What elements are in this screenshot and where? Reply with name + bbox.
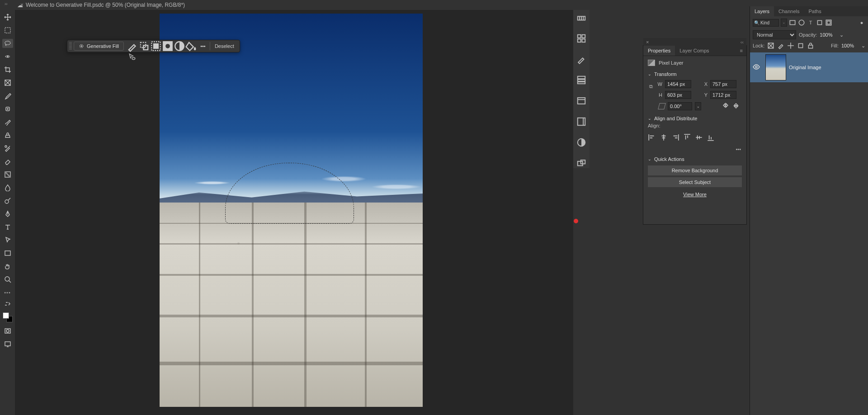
color-panel-icon[interactable] [576,13,586,23]
flip-horizontal-icon[interactable] [722,102,729,110]
blend-mode-select[interactable]: Normal [753,30,796,39]
invert-selection-icon[interactable] [150,41,162,51]
adjustment-icon[interactable] [174,41,185,51]
tab-layer-comps[interactable]: Layer Comps [675,46,713,56]
filter-toggle-icon[interactable]: ● [858,19,865,26]
opacity-input[interactable] [820,32,837,38]
lasso-tool[interactable] [2,39,13,48]
align-section-header[interactable]: ⌄Align and Distribute [643,114,746,123]
align-bottom-icon[interactable] [707,134,715,141]
swap-colors-icon[interactable] [2,301,13,307]
height-input[interactable] [665,91,691,99]
filter-smart-icon[interactable] [825,19,832,26]
lock-all-icon[interactable] [807,42,814,49]
libraries-panel-icon[interactable] [576,96,586,106]
mask-icon[interactable] [162,41,174,51]
adjustments-panel-icon[interactable] [576,137,586,147]
flip-vertical-icon[interactable] [733,102,739,110]
layer-row[interactable]: Original Image [750,52,868,82]
y-input[interactable] [710,91,736,99]
lock-artboard-icon[interactable] [797,42,804,49]
hand-tool[interactable] [2,262,13,271]
canvas-area[interactable]: Generative Fill ••• Deselect [15,10,573,415]
gradient-tool[interactable] [2,170,13,179]
path-selection-tool[interactable] [2,236,13,245]
lasso-cursor-icon [128,53,136,62]
align-vcenter-icon[interactable] [695,134,703,141]
screen-mode-tool[interactable] [2,340,13,349]
panel-collapse-icon[interactable]: ‹‹ [741,39,746,45]
quick-actions-header[interactable]: ⌄Quick Actions [643,155,746,164]
transform-section-header[interactable]: ⌄Transform [643,70,746,79]
filter-pixel-icon[interactable] [789,19,796,26]
quick-mask-tool[interactable] [2,326,13,335]
marquee-tool[interactable] [2,26,13,35]
select-subject-button[interactable]: Select Subject [648,177,742,187]
align-top-icon[interactable] [683,134,691,141]
expand-chevrons-icon[interactable]: ›› [5,1,8,6]
brush-tool[interactable] [2,118,13,127]
deselect-button[interactable]: Deselect [211,43,238,49]
frame-tool[interactable] [2,78,13,87]
filter-adjustment-icon[interactable] [798,19,805,26]
tab-paths[interactable]: Paths [804,6,826,16]
crop-tool[interactable] [2,65,13,74]
view-more-link[interactable]: View More [643,189,746,224]
align-left-icon[interactable] [648,134,656,141]
panel-menu-icon[interactable]: ≡ [736,46,746,56]
tab-close-icon[interactable]: × [20,2,24,8]
comments-panel-icon[interactable] [576,158,586,168]
history-brush-tool[interactable] [2,144,13,153]
tab-layers[interactable]: Layers [750,6,774,16]
brush-selection-icon[interactable] [127,41,138,51]
lock-position-icon[interactable] [787,42,794,49]
link-dimensions-icon[interactable]: ⧉ [648,84,654,90]
x-input[interactable] [710,80,736,88]
history-panel-icon[interactable] [576,75,586,85]
remove-background-button[interactable]: Remove Background [648,165,742,175]
type-tool[interactable] [2,222,13,231]
filter-kind-dropdown[interactable]: ⌄ [781,19,787,27]
generative-fill-button[interactable]: Generative Fill [74,42,124,51]
panel-close-icon[interactable]: × [643,39,651,45]
filter-type-icon[interactable]: T [807,19,814,26]
angle-dropdown[interactable]: ⌄ [695,102,701,110]
fill-input[interactable] [841,43,859,48]
taskbar-grip[interactable] [69,42,72,50]
modify-selection-icon[interactable] [138,41,150,51]
angle-input[interactable] [668,102,692,110]
healing-brush-tool[interactable] [2,104,13,113]
zoom-tool[interactable] [2,275,13,284]
align-hcenter-icon[interactable] [660,134,668,141]
lock-paint-icon[interactable] [777,42,784,49]
layer-name[interactable]: Original Image [789,65,821,70]
lock-transparency-icon[interactable] [767,42,774,49]
selection-tool[interactable] [2,52,13,61]
blur-tool[interactable] [2,183,13,192]
filter-shape-icon[interactable] [816,19,823,26]
brushes-panel-icon[interactable] [576,54,586,64]
align-right-icon[interactable] [671,134,679,141]
layer-filter-search[interactable]: 🔍 [753,19,779,27]
more-options-icon[interactable]: ••• [197,41,209,51]
svg-point-36 [799,20,804,25]
pen-tool[interactable] [2,209,13,218]
tab-channels[interactable]: Channels [774,6,804,16]
clone-stamp-tool[interactable] [2,131,13,140]
color-swatch[interactable] [3,312,13,322]
eyedropper-tool[interactable] [2,91,13,100]
fill-dropdown[interactable]: ⌄ [861,43,865,49]
layer-visibility-icon[interactable] [750,64,763,71]
rectangle-tool[interactable] [2,249,13,258]
edit-toolbar[interactable]: ••• [2,288,13,297]
eraser-tool[interactable] [2,157,13,166]
tab-properties[interactable]: Properties [643,46,675,56]
opacity-dropdown[interactable]: ⌄ [840,32,844,38]
align-more-icon[interactable]: ••• [643,146,746,155]
paragraph-panel-icon[interactable] [576,117,586,127]
move-tool[interactable] [2,13,13,22]
dodge-tool[interactable] [2,196,13,205]
swatches-panel-icon[interactable] [576,33,586,43]
width-input[interactable] [665,80,691,88]
fill-icon[interactable] [185,41,197,51]
